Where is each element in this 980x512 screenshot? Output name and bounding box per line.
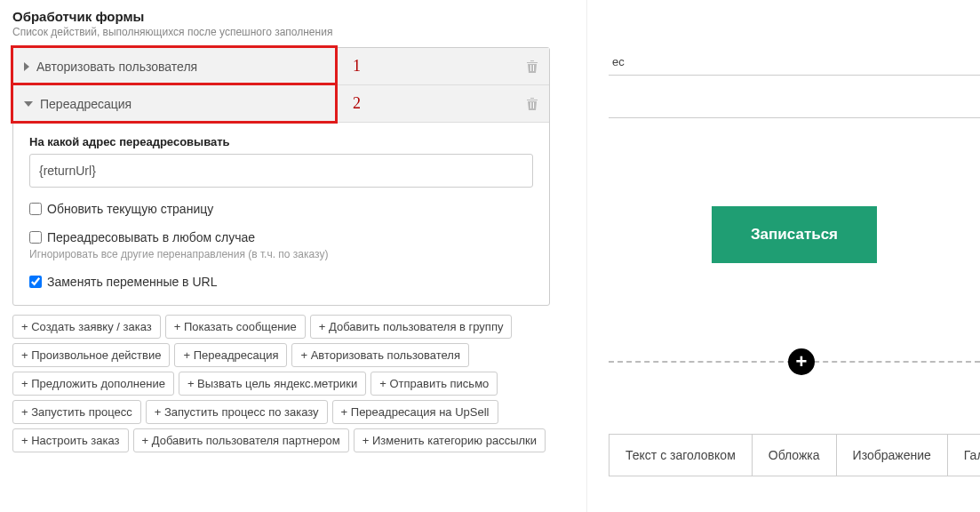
delete-action-button[interactable] [526,97,538,111]
add-action-show-message[interactable]: + Показать сообщение [165,315,306,339]
add-action-redirect[interactable]: + Переадресация [174,343,287,367]
plus-icon: + [796,350,808,373]
delete-action-button[interactable] [526,60,538,74]
replace-vars-checkbox[interactable] [29,276,42,288]
svg-rect-0 [530,65,531,71]
tab-text-heading[interactable]: Текст с заголовком [610,435,753,476]
add-action-custom[interactable]: + Произвольное действие [12,343,170,367]
add-action-create-order[interactable]: + Создать заявку / заказ [12,315,161,339]
preview-panel: ес Записаться + Текст с заголовком Облож… [586,0,980,512]
annotation-num-2: 2 [353,94,361,113]
add-action-upsell-offer[interactable]: + Предложить дополнение [12,372,174,396]
add-action-upsell-redirect[interactable]: + Переадресация на UpSell [332,400,498,424]
tab-gallery[interactable]: Гал [948,435,980,476]
preview-partial-text: ес [612,55,625,68]
svg-rect-3 [533,102,534,108]
refresh-checkbox[interactable] [29,203,42,215]
chevron-down-icon [24,101,33,107]
add-action-change-mailing-category[interactable]: + Изменить категорию рассылки [354,428,546,452]
preview-field-line-2 [609,117,980,118]
add-action-send-email[interactable]: + Отправить письмо [370,372,498,396]
action-title: Авторизовать пользователя [36,60,197,74]
action-title: Переадресация [40,97,131,111]
form-handler-panel: Обработчик формы Список действий, выполн… [0,0,569,461]
always-help-text: Игнорировать все другие перенаправления … [29,248,533,260]
submit-button[interactable]: Записаться [712,206,877,263]
always-checkbox-row: Переадресовывать в любом случае [29,230,533,244]
trash-icon [526,60,538,74]
action-row-authorize[interactable]: Авторизовать пользователя 1 [13,48,549,85]
add-action-add-user-group[interactable]: + Добавить пользователя в группу [310,315,513,339]
add-action-buttons: + Создать заявку / заказ + Показать сооб… [12,315,554,452]
add-block-button[interactable]: + [788,348,815,375]
panel-subtitle: Список действий, выполняющихся после усп… [12,24,569,47]
svg-rect-2 [530,102,531,108]
annotation-num-1: 1 [353,57,361,76]
svg-rect-1 [533,65,534,71]
chevron-right-icon [24,62,29,71]
action-body-redirect: На какой адрес переадресовывать Обновить… [13,123,549,305]
refresh-label: Обновить текущую страницу [47,202,213,216]
always-label: Переадресовывать в любом случае [47,230,255,244]
refresh-checkbox-row: Обновить текущую страницу [29,202,533,216]
trash-icon [526,97,538,111]
add-action-start-process[interactable]: + Запустить процесс [12,400,141,424]
replace-vars-label: Заменять переменные в URL [47,275,217,289]
redirect-url-input[interactable] [29,154,533,188]
add-action-yandex-goal[interactable]: + Вызвать цель яндекс.метрики [179,372,366,396]
submit-button-label: Записаться [751,226,838,244]
tab-image[interactable]: Изображение [837,435,948,476]
block-type-tabs: Текст с заголовком Обложка Изображение Г… [609,434,980,476]
actions-list: Авторизовать пользователя 1 Переадресаци… [12,47,550,306]
preview-field-line-1 [609,75,980,76]
panel-title: Обработчик формы [12,0,569,24]
action-row-redirect-container: Переадресация 2 На какой адрес переадрес… [13,85,549,305]
replace-vars-checkbox-row: Заменять переменные в URL [29,275,533,289]
add-action-start-process-order[interactable]: + Запустить процесс по заказу [146,400,328,424]
tab-cover[interactable]: Обложка [753,435,837,476]
action-row-redirect[interactable]: Переадресация 2 [13,85,549,123]
url-label: На какой адрес переадресовывать [29,135,533,148]
add-action-add-partner[interactable]: + Добавить пользователя партнером [133,428,349,452]
add-action-configure-order[interactable]: + Настроить заказ [12,428,129,452]
always-redirect-checkbox[interactable] [29,231,42,244]
add-action-authorize[interactable]: + Авторизовать пользователя [291,343,468,367]
